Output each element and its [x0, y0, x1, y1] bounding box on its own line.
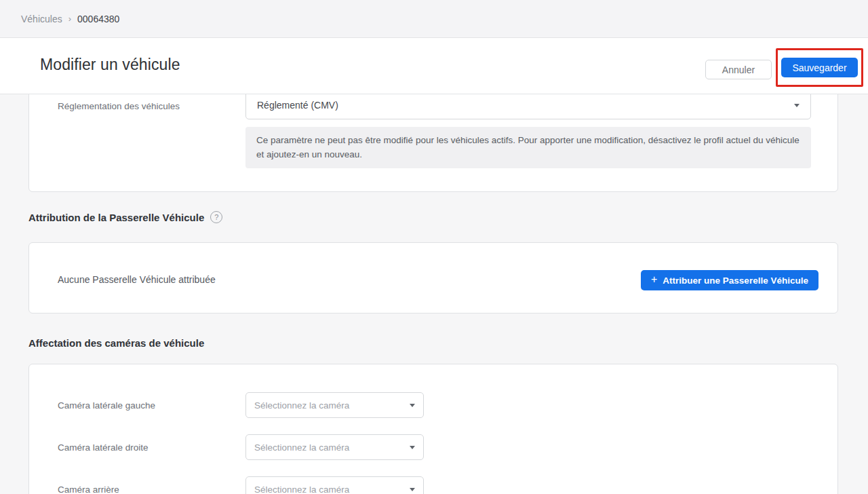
gateway-empty-state: Aucune Passerelle Véhicule attribuée — [58, 274, 216, 285]
camera-right-select[interactable]: Sélectionnez la caméra — [245, 434, 424, 460]
chevron-down-icon — [410, 488, 415, 491]
breadcrumb-current-vehicle: 00064380 — [77, 14, 119, 24]
regulation-field-label: Réglementation des véhicules — [58, 101, 180, 111]
chevron-down-icon — [410, 404, 415, 407]
regulation-note: Ce paramètre ne peut pas être modifié po… — [245, 127, 811, 168]
chevron-down-icon — [410, 446, 415, 449]
form-content: Réglementation des véhicules Réglementé … — [0, 94, 868, 494]
camera-row-right: Caméra latérale droite Sélectionnez la c… — [58, 434, 427, 460]
help-icon[interactable]: ? — [210, 211, 222, 223]
plus-icon: + — [651, 273, 657, 286]
camera-row-rear: Caméra arrière Sélectionnez la caméra — [58, 476, 427, 494]
camera-left-label: Caméra latérale gauche — [58, 400, 245, 411]
camera-right-label: Caméra latérale droite — [58, 442, 245, 453]
cancel-button[interactable]: Annuler — [705, 60, 772, 79]
gateway-section-title: Attribution de la Passerelle Véhicule — [28, 212, 204, 223]
cameras-card — [28, 364, 838, 494]
camera-rear-label: Caméra arrière — [58, 484, 245, 494]
camera-row-left: Caméra latérale gauche Sélectionnez la c… — [58, 392, 427, 418]
assign-gateway-button-label: Attribuer une Passerelle Véhicule — [663, 276, 808, 286]
cameras-section-header: Affectation des caméras de véhicule — [28, 337, 204, 349]
regulation-select-value: Réglementé (CMV) — [257, 100, 338, 111]
gateway-section-header: Attribution de la Passerelle Véhicule ? — [28, 211, 222, 223]
camera-left-placeholder: Sélectionnez la caméra — [254, 400, 349, 411]
breadcrumb-vehicles-link[interactable]: Véhicules — [21, 14, 62, 24]
assign-gateway-button[interactable]: + Attribuer une Passerelle Véhicule — [641, 270, 818, 290]
breadcrumb-bar: Véhicules › 00064380 — [0, 0, 868, 38]
page-title: Modifier un véhicule — [40, 56, 180, 74]
chevron-down-icon — [794, 104, 800, 107]
camera-right-placeholder: Sélectionnez la caméra — [254, 442, 349, 453]
annotation-highlight: Sauvegarder — [776, 48, 863, 87]
camera-rear-select[interactable]: Sélectionnez la caméra — [245, 476, 424, 494]
cameras-section-title: Affectation des caméras de véhicule — [28, 337, 204, 349]
save-button[interactable]: Sauvegarder — [781, 58, 858, 77]
breadcrumb-separator-icon: › — [68, 14, 71, 24]
camera-left-select[interactable]: Sélectionnez la caméra — [245, 392, 424, 418]
regulation-select[interactable]: Réglementé (CMV) — [245, 94, 811, 119]
camera-rear-placeholder: Sélectionnez la caméra — [254, 484, 349, 494]
page-header: Modifier un véhicule Annuler Sauvegarder — [0, 38, 868, 94]
